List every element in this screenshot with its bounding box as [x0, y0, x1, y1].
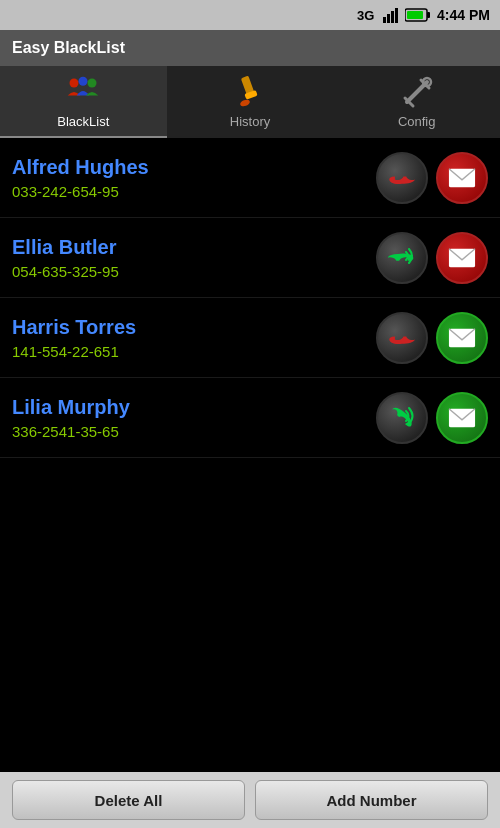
call-button-1[interactable] — [376, 232, 428, 284]
contact-actions — [376, 392, 488, 444]
call-button-3[interactable] — [376, 392, 428, 444]
history-icon — [232, 74, 268, 110]
svg-rect-3 — [391, 11, 394, 23]
envelope-allowed-icon — [448, 407, 476, 429]
contact-phone: 336-2541-35-65 — [12, 423, 376, 440]
contact-phone: 141-554-22-651 — [12, 343, 376, 360]
phone-blocked-icon — [388, 324, 416, 352]
svg-rect-2 — [387, 14, 390, 23]
tab-blacklist-label: BlackList — [57, 114, 109, 129]
phone-blocked-icon — [388, 164, 416, 192]
contact-actions — [376, 232, 488, 284]
tab-bar: BlackList History Config — [0, 66, 500, 138]
phone-allowed-icon — [388, 244, 416, 272]
envelope-blocked-icon — [448, 167, 476, 189]
svg-rect-7 — [407, 11, 423, 19]
tab-blacklist[interactable]: BlackList — [0, 66, 167, 138]
contact-actions — [376, 312, 488, 364]
envelope-blocked-icon — [448, 247, 476, 269]
message-button-2[interactable] — [436, 312, 488, 364]
tab-history-label: History — [230, 114, 270, 129]
message-button-0[interactable] — [436, 152, 488, 204]
message-button-1[interactable] — [436, 232, 488, 284]
list-item: Alfred Hughes 033-242-654-95 — [0, 138, 500, 218]
contact-phone: 054-635-325-95 — [12, 263, 376, 280]
contact-info: Alfred Hughes 033-242-654-95 — [12, 156, 376, 200]
add-number-button[interactable]: Add Number — [255, 780, 488, 820]
contact-info: Harris Torres 141-554-22-651 — [12, 316, 376, 360]
call-button-0[interactable] — [376, 152, 428, 204]
contact-phone: 033-242-654-95 — [12, 183, 376, 200]
svg-point-13 — [239, 98, 250, 107]
svg-point-9 — [79, 76, 88, 85]
status-time: 4:44 PM — [437, 7, 490, 23]
svg-point-8 — [70, 78, 79, 87]
list-item: Ellia Butler 054-635-325-95 — [0, 218, 500, 298]
svg-point-10 — [88, 78, 97, 87]
contact-name: Ellia Butler — [12, 236, 376, 259]
signal-icon — [383, 7, 401, 23]
contact-name: Lilia Murphy — [12, 396, 376, 419]
status-bar: 3G 4:44 PM — [0, 0, 500, 30]
contact-info: Lilia Murphy 336-2541-35-65 — [12, 396, 376, 440]
network-icon: 3G — [357, 6, 379, 24]
delete-all-button[interactable]: Delete All — [12, 780, 245, 820]
svg-rect-6 — [427, 12, 430, 18]
contact-name: Alfred Hughes — [12, 156, 376, 179]
message-button-3[interactable] — [436, 392, 488, 444]
contact-list: Alfred Hughes 033-242-654-95 Ellia Butle… — [0, 138, 500, 772]
contact-info: Ellia Butler 054-635-325-95 — [12, 236, 376, 280]
app-title: Easy BlackList — [12, 39, 125, 57]
svg-rect-4 — [395, 8, 398, 23]
config-icon — [399, 74, 435, 110]
list-item: Lilia Murphy 336-2541-35-65 — [0, 378, 500, 458]
blacklist-icon — [65, 74, 101, 110]
title-bar: Easy BlackList — [0, 30, 500, 66]
status-icons: 3G — [357, 6, 431, 24]
battery-icon — [405, 8, 431, 22]
envelope-allowed-icon — [448, 327, 476, 349]
contact-name: Harris Torres — [12, 316, 376, 339]
svg-text:3G: 3G — [357, 8, 374, 23]
svg-rect-1 — [383, 17, 386, 23]
tab-config[interactable]: Config — [333, 66, 500, 138]
tab-history[interactable]: History — [167, 66, 334, 138]
contact-actions — [376, 152, 488, 204]
phone-allowed-icon — [388, 404, 416, 432]
call-button-2[interactable] — [376, 312, 428, 364]
tab-config-label: Config — [398, 114, 436, 129]
list-item: Harris Torres 141-554-22-651 — [0, 298, 500, 378]
bottom-bar: Delete All Add Number — [0, 772, 500, 828]
